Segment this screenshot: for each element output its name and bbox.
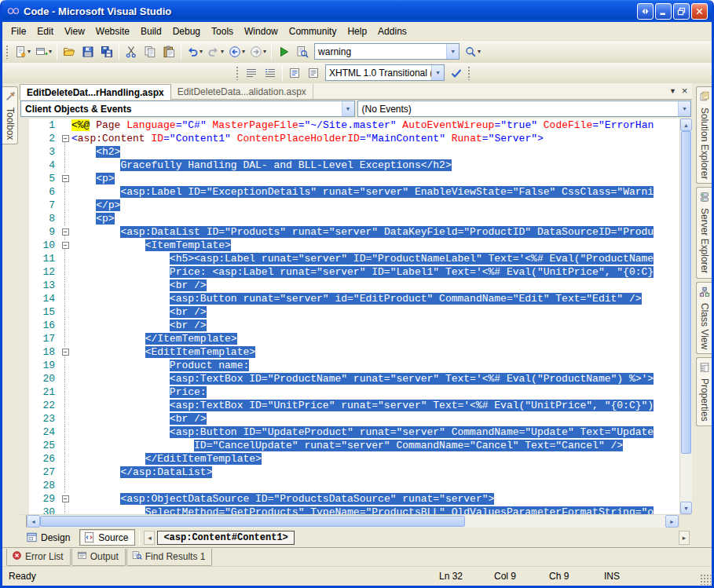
splitter-handle[interactable]	[20, 515, 27, 528]
collapse-icon[interactable]: −	[62, 175, 69, 182]
sidebar-tab-solution-explorer[interactable]: Solution Explorer	[696, 86, 712, 184]
editor-line[interactable]: 30 SelectMethod="GetProducts" TypeName="…	[20, 506, 679, 514]
tag-nav-left-button[interactable]: ◂	[144, 531, 155, 545]
title-bar[interactable]: Code - Microsoft Visual Studio	[2, 0, 712, 22]
cut-button[interactable]	[122, 43, 141, 60]
document-tab[interactable]: EditDeleteData...alidation.aspx	[171, 84, 313, 99]
dropdown-caret-icon[interactable]: ▾	[478, 48, 481, 55]
nav-back-button[interactable]: ▾	[226, 43, 247, 60]
horizontal-scrollbar[interactable]: ◄ ►	[20, 514, 692, 528]
editor-line[interactable]: 3 <h2>	[20, 145, 679, 159]
vertical-scroll-track[interactable]	[680, 131, 692, 502]
editor-line[interactable]: 28	[20, 479, 679, 492]
chevron-down-icon[interactable]: ▼	[678, 101, 690, 116]
editor-line[interactable]: 2−<asp:Content ID="Content1" ContentPlac…	[20, 132, 679, 145]
editor-line[interactable]: 26 </EditItemTemplate>	[20, 452, 679, 466]
schema-combo[interactable]: XHTML 1.0 Transitional (▼	[325, 64, 445, 81]
code-editor[interactable]: 1<%@ Page Language="C#" MasterPageFile="…	[20, 119, 692, 514]
scroll-down-button[interactable]: ▼	[680, 502, 692, 514]
editor-line[interactable]: 7 </p>	[20, 199, 679, 212]
document-tab[interactable]: EditDeleteDat...rHandling.aspx	[20, 84, 171, 100]
sidebar-tab-server-explorer[interactable]: Server Explorer	[696, 187, 712, 278]
copy-button[interactable]	[141, 43, 159, 60]
sidebar-tab-class-view[interactable]: Class View	[696, 282, 712, 354]
tab-list-dropdown-button[interactable]: ▼	[667, 85, 679, 97]
editor-line[interactable]: 4 Gracefully Handling DAL- and BLL-Level…	[20, 159, 679, 172]
find-in-files-button[interactable]	[293, 43, 312, 60]
menu-item-build[interactable]: Build	[135, 24, 167, 39]
editor-line[interactable]: 5− <p>	[20, 172, 679, 185]
editor-line[interactable]: 22 <asp:TextBox ID="UnitPrice" runat="se…	[20, 399, 679, 412]
find-combo[interactable]: warning▼	[314, 43, 460, 60]
editor-line[interactable]: 10− <ItemTemplate>	[20, 239, 679, 252]
panel-tab-output[interactable]: Output	[71, 549, 126, 566]
panel-tab-find-results-1[interactable]: Find Results 1	[126, 549, 213, 566]
quick-find-button[interactable]: ▾	[462, 43, 483, 60]
dropdown-caret-icon[interactable]: ▾	[49, 48, 52, 55]
scroll-left-button[interactable]: ◄	[27, 515, 40, 528]
source-view-button[interactable]: Source	[79, 529, 135, 546]
collapse-icon[interactable]: −	[62, 495, 69, 502]
save-all-button[interactable]	[97, 43, 116, 60]
editor-line[interactable]: 25 ID="CancelUpdate" runat="server" Comm…	[20, 439, 679, 452]
minimize-button[interactable]	[655, 3, 672, 20]
dropdown-caret-icon[interactable]: ▾	[242, 48, 245, 55]
editor-line[interactable]: 11 <h5><asp:Label runat="server" ID="Pro…	[20, 252, 679, 265]
fmt-c-button[interactable]	[285, 64, 304, 82]
editor-line[interactable]: 19 Product name:	[20, 359, 679, 372]
events-dropdown[interactable]: (No Events) ▼	[357, 100, 692, 117]
fmt-a-button[interactable]	[242, 64, 261, 82]
window-arrows-button[interactable]	[637, 3, 654, 20]
dropdown-caret-icon[interactable]: ▾	[27, 48, 31, 55]
chevron-down-icon[interactable]: ▼	[431, 65, 444, 80]
editor-line[interactable]: 1<%@ Page Language="C#" MasterPageFile="…	[20, 119, 679, 132]
dropdown-caret-icon[interactable]: ▾	[200, 48, 203, 55]
editor-line[interactable]: 6 <asp:Label ID="ExceptionDetails" runat…	[20, 185, 679, 199]
editor-line[interactable]: 14 <asp:Button runat="server" id="EditPr…	[20, 292, 679, 305]
menu-item-edit[interactable]: Edit	[31, 24, 59, 39]
editor-line[interactable]: 27 </asp:DataList>	[20, 466, 679, 479]
object-dropdown[interactable]: Client Objects & Events ▼	[20, 100, 355, 117]
editor-line[interactable]: 12 Price: <asp:Label runat="server" ID="…	[20, 265, 679, 279]
tag-nav-right-button[interactable]: ▸	[679, 531, 690, 545]
redo-button[interactable]: ▾	[205, 43, 226, 60]
menu-item-tools[interactable]: Tools	[206, 24, 239, 39]
horizontal-scroll-thumb[interactable]	[40, 516, 465, 527]
dropdown-caret-icon[interactable]: ▾	[263, 48, 266, 55]
editor-line[interactable]: 21 Price:	[20, 385, 679, 399]
toolbar-grip[interactable]	[467, 66, 471, 80]
collapse-icon[interactable]: −	[62, 349, 69, 356]
scroll-up-button[interactable]: ▲	[680, 119, 692, 131]
editor-line[interactable]: 15 <br />	[20, 305, 679, 319]
menu-item-addins[interactable]: Addins	[372, 24, 412, 39]
collapse-icon[interactable]: −	[62, 228, 69, 236]
start-debug-button[interactable]	[274, 43, 293, 60]
tag-navigator-chip[interactable]: <asp:Content#Content1>	[157, 531, 294, 545]
add-window-button[interactable]: ▾	[33, 43, 54, 60]
fold-toggle[interactable]: −	[59, 492, 71, 506]
restore-button[interactable]	[673, 3, 690, 20]
chevron-down-icon[interactable]: ▼	[446, 44, 459, 59]
editor-line[interactable]: 13 <br />	[20, 279, 679, 292]
fold-toggle[interactable]: −	[59, 239, 71, 252]
editor-line[interactable]: 29− <asp:ObjectDataSource ID="ProductsDa…	[20, 492, 679, 506]
menu-item-website[interactable]: Website	[90, 24, 135, 39]
collapse-icon[interactable]: −	[62, 135, 69, 142]
horizontal-scroll-track[interactable]	[40, 515, 665, 528]
menu-item-window[interactable]: Window	[239, 24, 284, 39]
editor-line[interactable]: 16 <br />	[20, 319, 679, 332]
menu-item-community[interactable]: Community	[284, 24, 342, 39]
toolbar-grip[interactable]	[236, 66, 239, 80]
scroll-right-button[interactable]: ►	[665, 515, 679, 528]
fmt-b-button[interactable]	[261, 64, 280, 82]
save-button[interactable]	[79, 43, 97, 60]
vertical-scroll-thumb[interactable]	[681, 131, 691, 454]
close-document-button[interactable]: ×	[679, 85, 690, 97]
editor-line[interactable]: 8 <p>	[20, 212, 679, 225]
dropdown-caret-icon[interactable]: ▾	[221, 48, 224, 55]
undo-button[interactable]: ▾	[184, 43, 205, 60]
nav-forward-button[interactable]: ▾	[247, 43, 269, 60]
menu-item-debug[interactable]: Debug	[167, 24, 206, 39]
fmt-d-button[interactable]	[304, 64, 323, 82]
close-button[interactable]	[691, 3, 708, 20]
